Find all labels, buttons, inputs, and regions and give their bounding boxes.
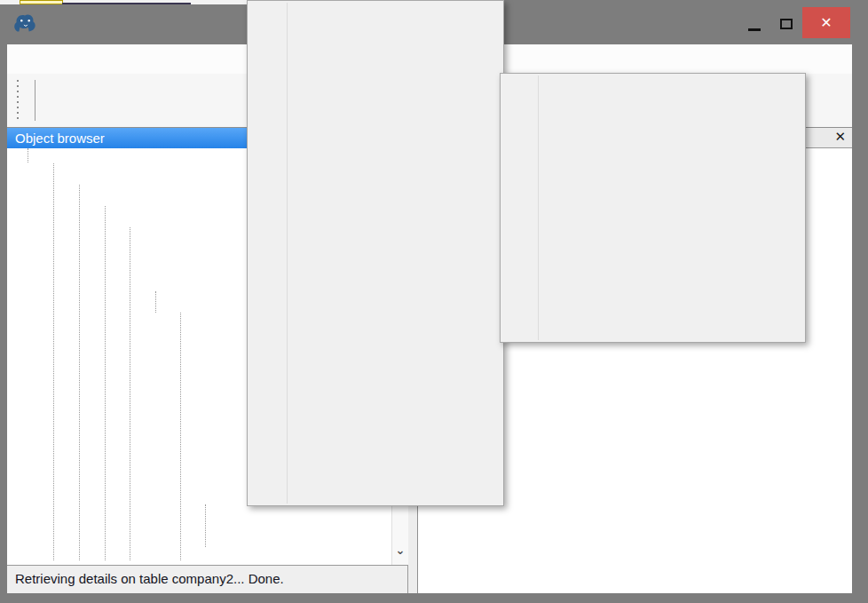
toolbar-separator xyxy=(35,80,36,121)
toolbar-grip-handle[interactable] xyxy=(15,80,20,121)
close-icon: ✕ xyxy=(820,14,832,31)
maximize-button[interactable] xyxy=(770,7,802,38)
maximize-icon xyxy=(780,19,793,29)
status-bar: Retrieving details on table company2... … xyxy=(7,565,408,593)
scroll-down-icon: ⌄ xyxy=(396,543,406,557)
tree-guide-line xyxy=(180,313,181,560)
tree-guide-line xyxy=(53,163,54,560)
table-context-menu xyxy=(247,0,504,506)
close-button[interactable]: ✕ xyxy=(802,7,850,38)
tree-guide-line xyxy=(105,206,106,560)
new-object-submenu xyxy=(500,73,806,343)
minimize-button[interactable] xyxy=(738,7,770,38)
close-pane-icon[interactable]: ✕ xyxy=(834,129,846,145)
minimize-icon xyxy=(748,28,761,31)
tree-guide-line xyxy=(205,504,206,547)
tree-guide-line xyxy=(28,148,28,163)
scrollbar-down-button[interactable]: ⌄ xyxy=(392,540,408,559)
tree-guide-line xyxy=(79,185,80,560)
pgadmin-elephant-icon xyxy=(12,10,38,40)
window-controls: ✕ xyxy=(738,7,850,38)
tree-guide-line xyxy=(155,291,156,313)
tree-guide-line xyxy=(130,227,130,560)
